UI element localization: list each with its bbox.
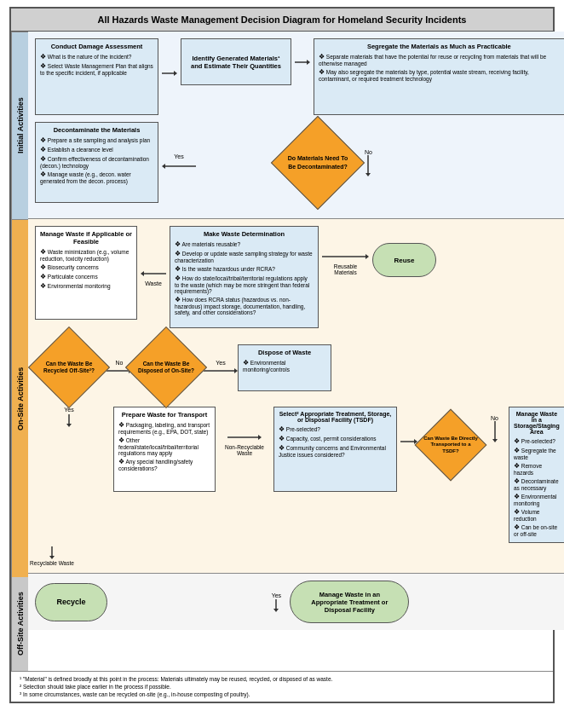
make-waste-determination-box: Make Waste Determination ❖ Are materials… [170, 226, 319, 328]
svg-marker-5 [162, 164, 165, 169]
footnote-2: ² Selection should take place earlier in… [20, 684, 544, 690]
svg-marker-25 [49, 556, 55, 559]
svg-marker-19 [258, 435, 262, 440]
svg-marker-3 [307, 60, 310, 65]
dispose-waste-box: Dispose of Waste ❖ Environmental monitor… [238, 344, 331, 391]
manage-waste-applicable-box: Manage Waste if Applicable or Feasible ❖… [35, 226, 137, 320]
onsite-section: Manage Waste if Applicable or Feasible ❖… [28, 219, 564, 574]
select-tsdf-box: Select² Appropriate Treatment, Storage, … [273, 407, 397, 492]
footnote-1: ¹ "Material" is defined broadly at this … [20, 676, 544, 682]
initial-section: Conduct Damage Assessment ❖ What is the … [28, 32, 564, 219]
svg-marker-23 [492, 439, 498, 442]
svg-marker-1 [174, 71, 177, 76]
offsite-section: Recycle Yes Manage Waste in an Appropria… [28, 574, 564, 630]
initial-activities-label: Initial Activities [11, 32, 28, 219]
main-container: All Hazards Waste Management Decision Di… [9, 7, 555, 703]
manage-storage-box: Manage Waste in a Storage/Staging Area ❖… [509, 407, 564, 543]
svg-marker-27 [273, 609, 279, 612]
decontaminate-box: Decontaminate the Materials ❖ Prepare a … [35, 122, 158, 203]
title-bar: All Hazards Waste Management Decision Di… [11, 9, 553, 32]
conduct-damage-box: Conduct Damage Assessment ❖ What is the … [35, 38, 158, 115]
footnotes-section: ¹ "Material" is defined broadly at this … [11, 671, 553, 702]
recycle-box: Recycle [35, 583, 107, 621]
svg-marker-7 [365, 173, 371, 176]
svg-marker-9 [141, 271, 144, 276]
can-disposed-diamond: Can the Waste Be Disposed of On-Site? [132, 333, 200, 402]
manage-treatment-box: Manage Waste in an Appropriate Treatment… [290, 581, 409, 623]
segregate-box: Segregate the Materials as Much as Pract… [314, 38, 564, 115]
svg-marker-11 [365, 254, 369, 259]
can-directly-diamond: Can Waste Be Directly Transported to a T… [421, 415, 481, 475]
onsite-activities-label: On-Site Activities [11, 219, 28, 577]
svg-marker-17 [66, 424, 72, 427]
footnote-3: ³ In some circumstances, waste can be re… [20, 691, 544, 697]
identify-materials-box: Identify Generated Materials¹ and Estima… [181, 38, 291, 85]
offsite-activities-label: Off-Site Activities [11, 577, 28, 671]
can-recycled-diamond: Can the Waste Be Recycled Off-Site³? [35, 333, 103, 402]
decontaminated-diamond: Do Materials Need To Be Decontaminated? [279, 124, 356, 201]
prepare-transport-box: Prepare Waste for Transport ❖ Packaging,… [113, 407, 216, 492]
reuse-box: Reuse [372, 243, 436, 277]
